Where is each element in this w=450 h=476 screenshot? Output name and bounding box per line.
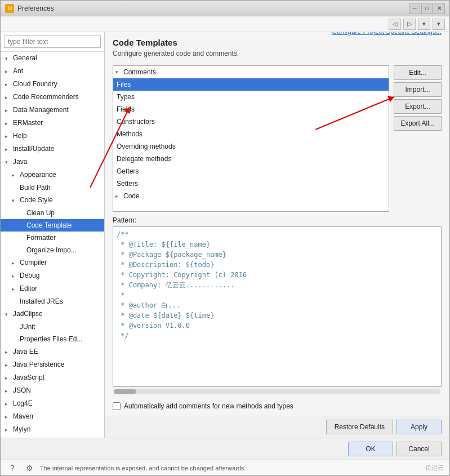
menu-button[interactable]: ▾ [418,19,430,30]
expander-icon: ▸ [5,79,12,90]
pattern-content: /** * @Title: ${file_name} * @Package ${… [117,229,438,341]
sidebar-item-code-recommenders[interactable]: ▸Code Recommenders [1,91,104,104]
expander-icon: ▸ [5,118,12,128]
search-box [1,32,104,52]
expander-icon: ▾ [12,195,19,206]
edit-button[interactable]: Edit... [394,65,442,80]
sidebar-item-jadclipse[interactable]: ▾JadClipse [1,308,104,321]
auto-comments-label: Automatically add comments for new metho… [124,402,293,410]
template-cat-comments[interactable]: ▾Comments [113,66,389,78]
expander-icon: ▾ [5,157,12,167]
sidebar-item-mylyn[interactable]: ▸Mylyn [1,423,104,436]
horizontal-scrollbar[interactable] [113,386,442,395]
forward-button[interactable]: ▷ [403,19,416,30]
app-icon: ⚙ [5,4,14,13]
pattern-editor[interactable]: /** * @Title: ${file_name} * @Package ${… [113,226,442,386]
export-button[interactable]: Export... [394,99,442,114]
status-text: The internal representation is exposed, … [40,465,421,471]
configure-project-link[interactable]: Configure Project Specific Settings... [332,32,442,35]
tree-container[interactable]: ▾General▸Ant▸Cloud Foundry▸Code Recommen… [1,52,104,438]
sidebar-item-editor[interactable]: ▸Editor [1,282,104,295]
template-item-getters[interactable]: Getters [113,165,389,177]
close-button[interactable]: ✕ [434,3,445,14]
ok-button[interactable]: OK [348,442,393,456]
sidebar-item-javascript[interactable]: ▸JavaScript [1,371,104,384]
search-input[interactable] [4,35,101,48]
sidebar-item-code-style[interactable]: ▾Code Style [1,194,104,207]
cat-expander-icon: ▾ [115,67,122,77]
restore-defaults-button[interactable]: Restore Defaults [326,420,393,434]
right-panel: Code Templates Configure Project Specifi… [105,32,449,438]
expander-icon: ▸ [12,170,19,180]
expander-icon: ▸ [5,92,12,103]
top-section: ▾CommentsFilesTypesFieldsConstructorsMet… [113,65,442,212]
window-controls: ─ □ ✕ [409,3,445,14]
export-all-button[interactable]: Export All... [394,116,442,131]
sidebar-item-cloud-foundry[interactable]: ▸Cloud Foundry [1,78,104,91]
sidebar-item-data-management[interactable]: ▸Data Management [1,104,104,117]
auto-comments-row: Automatically add comments for new metho… [113,400,442,412]
settings-icon[interactable]: ⚙ [23,462,35,474]
sidebar-item-java-ee[interactable]: ▸Java EE [1,345,104,358]
template-item-methods[interactable]: Methods [113,128,389,140]
template-item-types[interactable]: Types [113,91,389,103]
template-item-overriding-methods[interactable]: Overriding methods [113,140,389,153]
sidebar-item-code-template[interactable]: Code Template [1,219,104,232]
sidebar-item-installed-jres[interactable]: Installed JREs [1,295,104,308]
pattern-section: Pattern: /** * @Title: ${file_name} * @P… [113,216,442,395]
sidebar-item-properties-files-editor[interactable]: Properties Files Ed... [1,333,104,345]
panel-subtitle: Configure generated code and comments: [113,50,442,57]
sidebar-item-json[interactable]: ▸JSON [1,384,104,397]
status-bar: ? ⚙ The internal representation is expos… [1,460,449,475]
sidebar-item-maven[interactable]: ▸Maven [1,410,104,423]
sidebar-item-java-persistence[interactable]: ▸Java Persistence [1,358,104,371]
sidebar-item-clean-up[interactable]: Clean Up [1,207,104,219]
sidebar-item-java[interactable]: ▾Java [1,155,104,168]
template-tree[interactable]: ▾CommentsFilesTypesFieldsConstructorsMet… [113,65,389,212]
preferences-window: ⚙ Preferences ─ □ ✕ ◁ ▷ ▾ ▾ ▾General▸Ant… [0,0,450,476]
apply-button[interactable]: Apply [396,420,442,434]
sidebar-item-build-path[interactable]: Build Path [1,181,104,194]
maximize-button[interactable]: □ [421,3,433,14]
auto-comments-checkbox[interactable] [113,402,121,410]
sidebar-item-compiler[interactable]: ▸Compiler [1,256,104,269]
sidebar-item-appearance[interactable]: ▸Appearance [1,168,104,181]
expander-icon: ▾ [5,54,12,64]
expander-icon: ▸ [5,425,12,435]
panel-title: Code Templates [113,38,177,47]
sidebar-item-install-update[interactable]: ▸Install/Update [1,143,104,155]
sidebar-item-formatter[interactable]: Formatter [1,232,104,244]
import-button[interactable]: Import... [394,82,442,97]
expander-icon: ▸ [5,105,12,115]
expander-icon: ▸ [5,399,12,409]
help-icon[interactable]: ? [6,462,19,474]
cat-expander-icon: ▸ [115,191,122,201]
sidebar-item-junit[interactable]: JUnit [1,321,104,333]
expander-icon: ▸ [5,360,12,370]
expander-icon: ▸ [12,258,19,268]
pattern-label: Pattern: [113,216,442,224]
template-item-constructors[interactable]: Constructors [113,115,389,128]
expander-icon: ▸ [12,284,19,294]
sidebar-item-log4e[interactable]: ▸Log4E [1,397,104,410]
expander-icon: ▾ [5,309,12,319]
template-cat-code[interactable]: ▸Code [113,190,389,202]
template-item-delegate-methods[interactable]: Delegate methods [113,153,389,165]
toolbar-menu-button[interactable]: ▾ [433,19,445,30]
expander-icon: ▸ [5,131,12,141]
minimize-button[interactable]: ─ [409,3,420,14]
expander-icon: ▸ [5,373,12,383]
side-buttons: Edit... Import... Export... Export All..… [394,65,442,212]
title-bar: ⚙ Preferences ─ □ ✕ [1,1,449,16]
back-button[interactable]: ◁ [389,19,401,30]
template-item-setters[interactable]: Setters [113,177,389,190]
sidebar-item-general[interactable]: ▾General [1,52,104,65]
template-item-files[interactable]: Files [113,78,389,91]
sidebar-item-debug[interactable]: ▸Debug [1,269,104,282]
sidebar-item-ant[interactable]: ▸Ant [1,65,104,78]
template-item-fields[interactable]: Fields [113,103,389,115]
cancel-button[interactable]: Cancel [396,442,442,456]
sidebar-item-ermaster[interactable]: ▸ERMaster [1,117,104,130]
sidebar-item-help[interactable]: ▸Help [1,130,104,143]
sidebar-item-organize-imports[interactable]: Organize Impo... [1,244,104,256]
